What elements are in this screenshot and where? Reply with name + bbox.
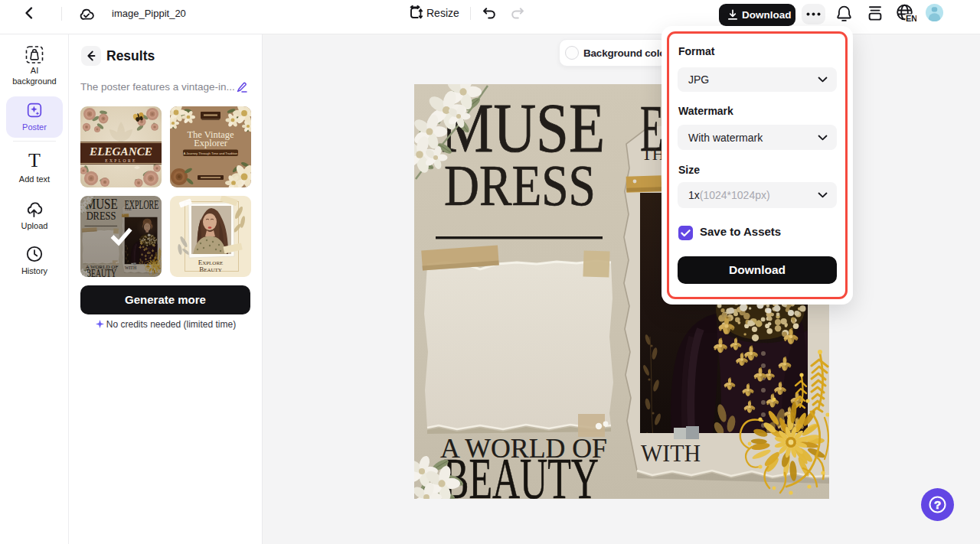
svg-text:?: ? [934,498,941,511]
svg-text:EN: EN [906,14,916,23]
svg-text:A Journey Through Time and Tra: A Journey Through Time and Tradition [184,151,239,155]
svg-text:BEAUTY: BEAUTY [199,265,222,273]
svg-text:ELEGANCE: ELEGANCE [89,145,152,158]
svg-text:EXPLORE: EXPLORE [105,158,137,163]
svg-text:Explorer: Explorer [194,138,228,148]
